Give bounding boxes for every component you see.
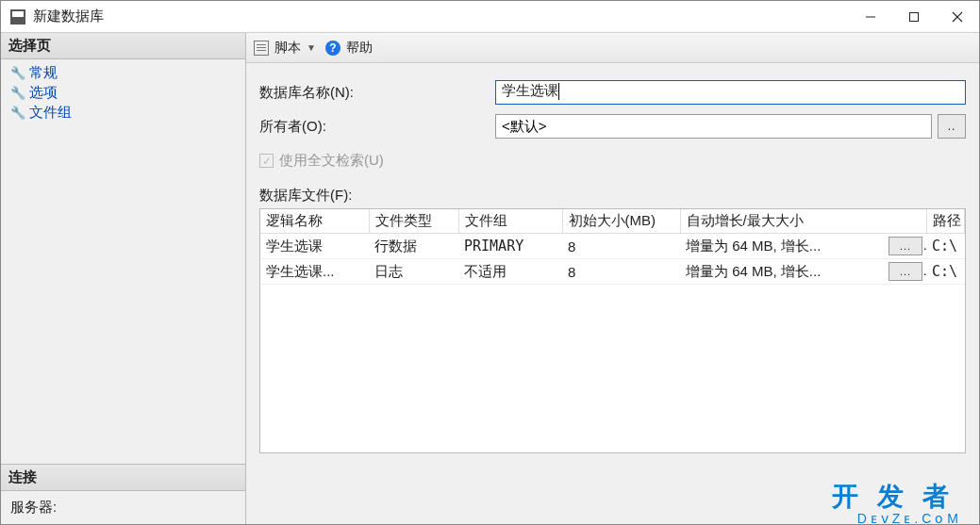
- toolbar: 脚本 ▼ ? 帮助: [246, 33, 979, 63]
- chevron-down-icon[interactable]: ▼: [307, 42, 316, 53]
- server-label: 服务器:: [1, 491, 245, 524]
- db-name-label: 数据库名称(N):: [259, 84, 495, 102]
- files-label: 数据库文件(F):: [259, 187, 966, 205]
- body: 选择页 🔧 常规 🔧 选项 🔧 文件组 连接 服务器:: [1, 33, 979, 524]
- svg-rect-1: [910, 12, 919, 21]
- sidebar-item-label: 选项: [29, 84, 58, 102]
- table-row[interactable]: 学生选课 行数据 PRIMARY 8 增量为 64 MB, 增长... ... …: [260, 234, 965, 259]
- col-initial-size[interactable]: 初始大小(MB): [562, 209, 680, 234]
- table-row[interactable]: 学生选课... 日志 不适用 8 增量为 64 MB, 增长... ... C:…: [260, 259, 965, 285]
- sidebar-list: 🔧 常规 🔧 选项 🔧 文件组: [1, 59, 245, 126]
- files-grid[interactable]: 逻辑名称 文件类型 文件组 初始大小(MB) 自动增长/最大大小 路径 学生选课: [259, 208, 966, 453]
- main: 脚本 ▼ ? 帮助 数据库名称(N): 学生选课 所有者(O): ..: [246, 33, 979, 524]
- owner-input[interactable]: [495, 114, 932, 139]
- connection-panel: 连接 服务器:: [1, 464, 245, 524]
- sidebar-item-options[interactable]: 🔧 选项: [1, 83, 245, 103]
- text-cursor: [558, 83, 559, 100]
- col-file-type[interactable]: 文件类型: [369, 209, 458, 234]
- content: 数据库名称(N): 学生选课 所有者(O): .. ✓ 使用全文检索(U) 数据…: [246, 63, 979, 524]
- owner-browse-button[interactable]: ..: [938, 114, 966, 139]
- fulltext-label: 使用全文检索(U): [279, 152, 384, 170]
- db-name-input[interactable]: 学生选课: [495, 80, 966, 105]
- sidebar-item-label: 常规: [29, 64, 58, 82]
- autogrowth-button[interactable]: ...: [889, 237, 922, 255]
- database-icon: [10, 9, 25, 25]
- owner-label: 所有者(O):: [259, 118, 495, 136]
- wrench-icon: 🔧: [10, 86, 25, 100]
- close-button[interactable]: [936, 1, 979, 32]
- grid-header-row: 逻辑名称 文件类型 文件组 初始大小(MB) 自动增长/最大大小 路径: [260, 209, 965, 234]
- help-button[interactable]: 帮助: [346, 40, 373, 57]
- db-name-row: 数据库名称(N): 学生选课: [259, 80, 966, 105]
- titlebar: 新建数据库: [1, 1, 979, 33]
- wrench-icon: 🔧: [10, 106, 25, 120]
- connection-header: 连接: [1, 465, 245, 491]
- col-logical-name[interactable]: 逻辑名称: [260, 209, 369, 234]
- window: 新建数据库 选择页 🔧 常规 🔧 选项: [0, 0, 980, 525]
- sidebar-item-label: 文件组: [29, 104, 72, 122]
- owner-row: 所有者(O): ..: [259, 114, 966, 139]
- autogrowth-button[interactable]: ...: [889, 262, 922, 281]
- fulltext-checkbox: ✓: [259, 154, 274, 168]
- maximize-button[interactable]: [892, 1, 936, 32]
- fulltext-row: ✓ 使用全文检索(U): [259, 152, 966, 170]
- help-icon: ?: [325, 41, 341, 56]
- wrench-icon: 🔧: [10, 66, 25, 80]
- minimize-button[interactable]: [849, 1, 892, 32]
- sidebar-item-filegroups[interactable]: 🔧 文件组: [1, 103, 245, 123]
- window-title: 新建数据库: [33, 8, 849, 25]
- col-path[interactable]: 路径: [926, 209, 964, 234]
- col-autogrowth[interactable]: 自动增长/最大大小: [680, 209, 926, 234]
- sidebar: 选择页 🔧 常规 🔧 选项 🔧 文件组 连接 服务器:: [1, 33, 246, 524]
- script-icon: [254, 41, 269, 56]
- select-page-header: 选择页: [1, 33, 245, 59]
- script-button[interactable]: 脚本: [274, 40, 301, 57]
- window-buttons: [849, 1, 979, 32]
- col-filegroup[interactable]: 文件组: [458, 209, 562, 234]
- sidebar-item-general[interactable]: 🔧 常规: [1, 63, 245, 83]
